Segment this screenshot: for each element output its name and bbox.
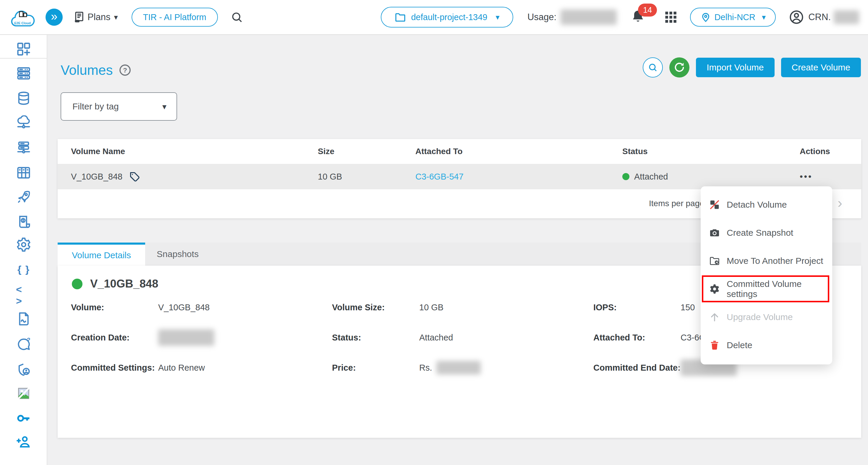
menu-item-upgrade-volume[interactable]: Upgrade Volume [701,303,832,331]
trash-icon [709,340,720,351]
plans-receipt-icon [73,11,86,24]
region-selector-label: Delhi-NCR [714,12,755,22]
folder-move-icon [709,255,720,266]
row-actions-menu: Detach Volume Create Snapshot Move To An… [701,186,832,365]
chevron-down-icon: ▾ [162,102,166,112]
server-node-icon[interactable] [16,140,31,155]
add-user-icon[interactable] [16,434,31,449]
field-volume-size: Volume Size: 10 GB [332,300,593,314]
filter-by-tag-dropdown[interactable]: Filter by tag ▾ [61,92,177,121]
volume-size: 10 GB [318,172,415,182]
volume-heading-name: V_10GB_848 [90,278,158,290]
col-attached-to: Attached To [415,147,622,156]
import-volume-button[interactable]: Import Volume [696,58,774,77]
page-actions: Import Volume Create Volume [643,57,861,78]
chevron-down-icon: ▾ [762,13,766,22]
crn-label: CRN. [808,12,831,23]
folder-icon [394,11,406,23]
svg-text:E2E Cloud: E2E Cloud [14,21,31,25]
status-text: Attached [634,172,668,182]
edit-tag-icon[interactable] [128,171,140,182]
crn-value-redacted [834,10,859,24]
shield-user-icon[interactable] [16,362,31,377]
billing-icon[interactable] [16,214,31,230]
top-bar: E2E Cloud » Plans ▾ TIR - AI Platform [0,0,868,35]
plans-label: Plans [88,12,111,23]
apps-grid-icon[interactable] [664,10,678,24]
volume-details-heading: V_10GB_848 [72,278,158,290]
field-volume: Volume: V_10GB_848 [71,300,332,314]
camera-icon [709,227,720,238]
help-icon[interactable]: ? [119,64,131,77]
project-selector-label: default-project-1349 [411,12,487,22]
create-volume-button[interactable]: Create Volume [781,58,861,77]
table-header-row: Volume Name Size Attached To Status Acti… [58,139,861,164]
col-volume-name: Volume Name [71,147,318,156]
notifications-button[interactable]: 14 [630,8,646,26]
api-key-icon[interactable] [16,411,31,426]
chevron-down-icon: ▾ [114,13,118,22]
refresh-icon [674,61,685,74]
project-selector[interactable]: default-project-1349 ▾ [381,7,513,28]
usage-value-redacted [561,9,617,25]
status-dot [72,279,83,289]
row-actions-button[interactable]: ••• [800,172,861,182]
menu-item-move-to-another-project[interactable]: Move To Another Project [701,247,832,275]
field-status: Status: Attached [332,331,593,344]
sidebar-divider [0,58,47,59]
server-rack-icon[interactable] [16,66,31,81]
cloud-logo-icon: E2E Cloud [8,5,37,29]
menu-item-create-snapshot[interactable]: Create Snapshot [701,219,832,247]
storage-grid-icon[interactable] [16,165,31,180]
search-icon [647,62,658,73]
braces-icon[interactable]: { } [16,261,31,277]
chevron-down-icon: ▾ [495,13,499,22]
account-avatar-icon[interactable] [789,9,804,25]
creation-date-redacted [158,329,214,346]
broken-image-icon[interactable] [16,386,31,401]
next-page-chevron[interactable]: › [838,195,842,211]
table-search-button[interactable] [643,57,663,78]
field-price: Price: Rs. [332,361,593,375]
notification-count-badge: 14 [638,4,657,17]
search-icon[interactable] [230,11,243,24]
sidebar-nav: { } < > ? [0,35,47,465]
gear-icon [709,283,720,295]
dashboard-icon[interactable] [16,41,31,57]
svg-text:?: ? [123,66,127,74]
page-title: Volumes ? [61,62,131,78]
cloud-network-icon[interactable] [16,115,31,131]
security-partial-icon[interactable] [16,456,31,465]
location-pin-icon [700,11,711,23]
e2e-cloud-logo[interactable]: E2E Cloud [8,5,37,30]
menu-item-delete[interactable]: Delete [701,331,832,359]
sidebar-expand-button[interactable]: » [45,8,63,26]
field-creation-date: Creation Date: [71,331,332,344]
menu-item-detach-volume[interactable]: Detach Volume [701,191,832,219]
volume-name: V_10GB_848 [71,172,122,182]
code-icon[interactable]: < > [16,288,31,303]
image-file-icon[interactable] [16,311,31,326]
status-dot [622,173,629,180]
settings-icon[interactable] [16,237,31,252]
usage-indicator: Usage: [527,9,617,25]
app-root: E2E Cloud » Plans ▾ TIR - AI Platform [0,0,868,465]
tab-snapshots[interactable]: Snapshots [145,242,210,266]
detach-volume-icon [709,199,720,210]
svg-text:?: ? [27,337,30,343]
database-icon[interactable] [16,90,31,106]
attached-to-link[interactable]: C3-6GB-547 [415,172,464,181]
col-size: Size [318,147,415,156]
tir-ai-platform-button[interactable]: TIR - AI Platform [131,8,218,27]
tab-volume-details[interactable]: Volume Details [58,242,145,266]
region-selector[interactable]: Delhi-NCR ▾ [690,8,776,27]
plans-menu[interactable]: Plans ▾ [73,11,118,24]
table-row[interactable]: V_10GB_848 10 GB C3-6GB-547 Attached ••• [58,164,861,189]
field-committed-settings: Committed Settings: Auto Renew [71,361,332,375]
price-redacted [436,361,481,375]
col-status: Status [622,147,800,156]
menu-item-committed-volume-settings[interactable]: Committed Volume settings [701,275,832,303]
chat-help-icon[interactable]: ? [16,337,31,352]
rocket-icon[interactable] [16,189,31,205]
refresh-button[interactable] [669,57,689,78]
